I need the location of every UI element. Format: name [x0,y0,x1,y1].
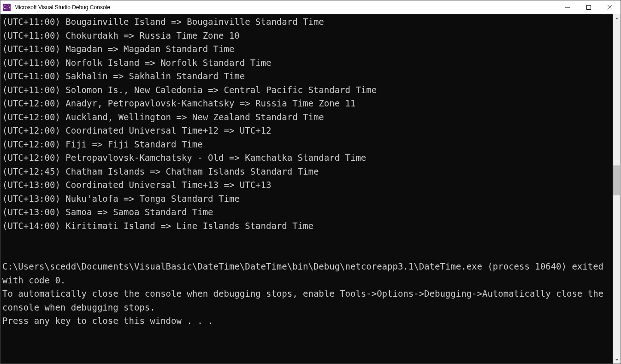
maximize-button[interactable] [578,0,599,14]
client-area: (UTC+11:00) Bougainville Island => Bouga… [0,14,621,364]
window-title: Microsoft Visual Studio Debug Console [13,4,557,11]
scrollbar-thumb[interactable] [613,165,620,195]
minimize-icon [565,5,570,10]
chevron-up-icon [615,17,619,20]
minimize-button[interactable] [557,0,578,14]
chevron-down-icon [615,358,619,362]
window-controls [557,0,621,14]
window-frame: C:\ Microsoft Visual Studio Debug Consol… [0,0,621,364]
vertical-scrollbar[interactable] [613,14,621,364]
scrollbar-down-button[interactable] [613,356,621,364]
app-icon: C:\ [0,0,13,14]
scrollbar-up-button[interactable] [613,14,621,22]
close-button[interactable] [599,0,621,14]
close-icon [608,5,612,10]
console-output[interactable]: (UTC+11:00) Bougainville Island => Bouga… [0,14,613,364]
svg-rect-0 [587,5,591,9]
titlebar[interactable]: C:\ Microsoft Visual Studio Debug Consol… [0,0,621,14]
maximize-icon [586,5,591,10]
scrollbar-track[interactable] [613,22,621,356]
